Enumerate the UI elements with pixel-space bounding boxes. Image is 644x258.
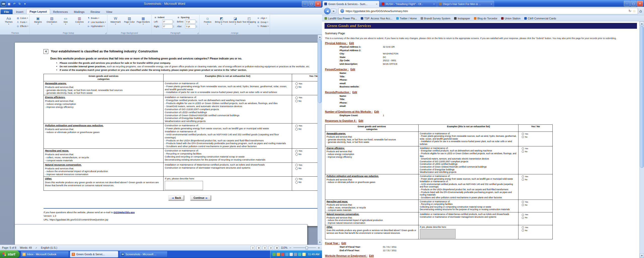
margins-button[interactable]: ▣Margins▾ — [31, 15, 45, 31]
records-production-link[interactable]: Records/Production : — [325, 91, 351, 94]
edit-link[interactable]: Edit — [352, 91, 357, 94]
responses-to-question-4-link[interactable]: Responses to Question 4 : — [325, 119, 357, 122]
stepper-icon[interactable]: ▴▾ — [196, 25, 197, 28]
browser-tab[interactable]: Green Goods & Services - Sum...× — [323, 1, 379, 7]
bookmark-item[interactable]: Instapaper — [454, 17, 470, 20]
bring-to-front-button[interactable]: ◩Bring to Front▾ — [215, 15, 228, 31]
language-indicator[interactable]: English (U.S.) — [41, 246, 57, 249]
edit-link[interactable]: Edit — [369, 254, 374, 257]
zoom-out-icon[interactable]: − — [289, 246, 292, 249]
site-identity-icon[interactable] — [340, 9, 344, 13]
bookmark-star-icon[interactable]: ☆ — [633, 9, 636, 13]
dialog-launcher-icon[interactable]: ◿ — [105, 32, 107, 34]
yes-radio[interactable]: Yes — [522, 201, 551, 203]
ribbon-tab-page-layout[interactable]: Page Layout — [26, 9, 50, 14]
page-color-button[interactable]: ▧Page Color▾ — [123, 15, 136, 31]
align-button[interactable]: ≡Align▾ — [257, 17, 269, 20]
yes-radio[interactable]: Yes — [522, 213, 551, 216]
ribbon-tab-references[interactable]: References — [50, 9, 71, 14]
scrollbar-thumb[interactable] — [318, 40, 322, 103]
spacing-before-input[interactable]: 0 pt — [185, 20, 195, 24]
worksite-revenue-or-employment-link[interactable]: Worksite Revenue or Employment : — [325, 254, 367, 257]
tab-close-icon[interactable]: × — [376, 3, 378, 5]
qat-dropdown-icon[interactable]: ▾ — [23, 2, 27, 6]
edit-link[interactable]: Edit — [350, 68, 355, 71]
no-radio[interactable]: No — [522, 178, 551, 181]
undo-icon[interactable]: ↶ — [12, 2, 17, 6]
maximize-button[interactable]: ▢ — [308, 1, 314, 7]
fiscal-year-link[interactable]: Fiscal Year : — [325, 242, 340, 245]
themes-button[interactable]: AaThemes▾ — [2, 15, 16, 31]
page-indicator[interactable]: Page: 5 of 8 — [2, 246, 16, 249]
breaks-button[interactable]: ¶Breaks▾ — [87, 17, 106, 20]
minimize-button[interactable]: – — [302, 1, 308, 7]
bookmark-item[interactable]: TSP: Access Your Acc... — [361, 17, 392, 20]
yes-radio[interactable]: Yes — [522, 147, 551, 150]
edit-link[interactable]: Edit — [358, 119, 363, 122]
tab-close-icon[interactable]: × — [490, 3, 492, 5]
reload-icon[interactable]: ↻ — [628, 9, 631, 13]
edit-link[interactable]: Edit — [341, 242, 346, 245]
no-radio[interactable]: No — [522, 229, 551, 232]
email-link[interactable]: GGSHelp@bls.gov — [113, 211, 135, 214]
ribbon-tab-mailings[interactable]: Mailings — [71, 9, 88, 14]
back-button[interactable]: ◀ — [324, 8, 331, 14]
minimize-button[interactable]: – — [624, 1, 630, 6]
no-radio[interactable]: No — [522, 216, 551, 219]
yes-radio[interactable]: Yes — [522, 175, 551, 178]
bookmark-item[interactable]: Blog do Torcedor — [474, 17, 497, 20]
home-icon[interactable]: ⌂ — [639, 9, 642, 13]
page-scrollbar[interactable]: ▲ ▼ — [639, 21, 644, 258]
word-app-icon[interactable]: W — [1, 1, 6, 6]
no-radio[interactable]: No — [522, 150, 551, 153]
fullscreen-view-icon[interactable]: ▦ — [257, 246, 261, 250]
scroll-down-icon[interactable]: ▼ — [640, 253, 644, 258]
web-layout-view-icon[interactable]: ▥ — [263, 246, 267, 250]
back-button[interactable]: ◄Back — [168, 195, 184, 201]
scroll-up-icon[interactable]: ▲ — [640, 21, 644, 26]
columns-button[interactable]: ▥Columns▾ — [72, 15, 86, 31]
forward-button[interactable]: ▶ — [331, 9, 337, 14]
ribbon-tab-insert[interactable]: Insert — [13, 9, 26, 14]
tab-close-icon[interactable]: × — [433, 3, 435, 5]
no-radio[interactable]: No — [522, 204, 551, 206]
zoom-slider-thumb[interactable] — [306, 246, 308, 249]
scroll-down-icon[interactable]: ▼ — [318, 240, 322, 245]
url-text[interactable]: https://ggsdatat.bls.gov/GGS/showSummary… — [346, 10, 627, 13]
person-contractor-link[interactable]: Person/Contractor : — [325, 68, 349, 71]
number-of-employees-at-this-worksite-link[interactable]: Number of Employees at this Worksite : — [325, 110, 373, 113]
bookmark-item[interactable]: Twitter / Home — [396, 17, 417, 20]
scrollbar-thumb[interactable] — [640, 26, 644, 168]
page-borders-button[interactable]: ▦Page Borders▾ — [136, 15, 150, 31]
effects-button[interactable]: ◎Effects▾ — [16, 25, 28, 28]
outline-view-icon[interactable]: ▧ — [269, 246, 273, 250]
zoom-slider[interactable] — [293, 247, 316, 248]
ribbon-tab-view[interactable]: View — [103, 9, 115, 14]
send-to-back-button[interactable]: ◪Send to Back▾ — [228, 15, 242, 31]
no-radio[interactable]: No — [522, 136, 551, 138]
fonts-button[interactable]: AFonts▾ — [16, 21, 28, 24]
edit-link[interactable]: Edit — [349, 42, 354, 45]
word-count[interactable]: Words: 49 — [20, 246, 32, 249]
close-button[interactable]: × — [315, 1, 321, 7]
bookmark-item[interactable]: Citi® Commercial Cards — [524, 17, 556, 20]
group-button[interactable]: ⊞Group▾ — [257, 21, 269, 24]
redo-icon[interactable]: ↻ — [17, 2, 22, 6]
ribbon-tab-file[interactable]: File — [1, 9, 13, 14]
stepper-icon[interactable]: ▴▾ — [173, 25, 174, 28]
bookmark-item[interactable]: Brandt Survey System — [421, 17, 450, 20]
save-icon[interactable]: ▦ — [7, 2, 11, 6]
dialog-launcher-icon[interactable]: ◿ — [197, 32, 199, 34]
bookmark-item[interactable]: Landfill Gas Power Pla... — [325, 17, 357, 20]
proofing-icon[interactable]: ✓ — [35, 246, 37, 249]
zoom-in-icon[interactable]: + — [318, 246, 320, 249]
taskbar-window-button[interactable]: fGreen Goods & Servic... — [70, 251, 118, 257]
stepper-icon[interactable]: ▴▾ — [196, 20, 197, 23]
zoom-level[interactable]: 110% — [281, 246, 287, 249]
ribbon-tab-review[interactable]: Review — [88, 9, 103, 14]
edit-link[interactable]: Edit — [374, 110, 379, 113]
size-button[interactable]: ▭Size▾ — [59, 15, 72, 31]
taskbar-window-button[interactable]: OInbox - Microsoft Outlook — [21, 251, 69, 257]
taskbar-window-button[interactable]: WScreenshots - Microsoft ... — [119, 251, 168, 257]
scroll-up-icon[interactable]: ▲ — [318, 35, 322, 39]
